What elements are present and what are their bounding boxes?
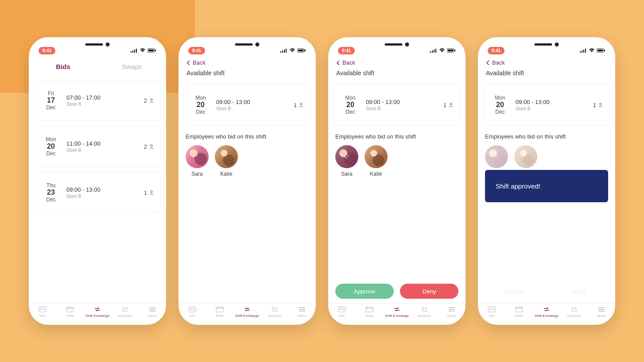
back-button[interactable]: Back [486,59,607,66]
wifi-icon [289,48,295,53]
employee-item[interactable]: Sara [186,145,209,177]
tab-info[interactable]: Info [29,306,56,318]
phone-shift-approved-toast: 9:41 Back Available shift Mon 20 Dec [478,37,615,325]
svg-point-9 [151,191,152,193]
tab-shift-exchange[interactable]: Shift Exchange [84,306,111,318]
svg-rect-49 [488,307,495,312]
tab-absence[interactable]: Absence [261,306,288,318]
shift-card: Mon 20 Dec 09:00 - 13:00 Store B 1 [184,85,310,125]
battery-icon [297,48,306,53]
person-icon [299,102,304,108]
phone-shift-approve: 9:41 Back Available shift Mon 20 Dec [328,37,466,325]
tab-rota[interactable]: Rota [56,306,84,318]
battery-icon [597,48,605,53]
svg-point-35 [450,103,452,105]
deny-button[interactable]: Deny [400,284,458,299]
svg-point-8 [151,145,152,146]
svg-rect-33 [448,50,453,51]
svg-point-39 [422,308,424,309]
shift-card: Mon 20 Dec 09:00 - 13:00 Store B 1 [334,85,460,125]
svg-point-22 [300,103,302,105]
phone-shift-detail: 9:41 Back Available shift Mon 20 Dec [178,37,316,325]
wifi-icon [589,48,595,53]
toast-approved: Shift approved! [485,170,608,202]
shift-card[interactable]: Mon 20 Dec 11:00 - 14:00 Store B 2 [34,126,161,167]
svg-rect-21 [305,50,306,51]
employee-item-selected[interactable]: Sara [335,145,358,177]
svg-point-13 [123,308,124,309]
person-icon [149,98,154,103]
svg-rect-25 [216,307,223,312]
person-icon [149,144,154,149]
tab-rota[interactable]: Rota [206,306,233,318]
person-icon [598,102,603,108]
check-icon [485,145,508,168]
svg-rect-44 [585,49,586,53]
employee-item[interactable]: Katie [215,145,238,177]
svg-rect-29 [432,50,433,53]
signal-icon [580,48,587,53]
tab-shift-exchange[interactable]: Shift Exchange [383,306,411,318]
tab-swaps[interactable]: Swaps [97,63,166,75]
tab-shift-exchange[interactable]: Shift Exchange [233,306,261,318]
svg-point-27 [275,308,277,309]
back-button[interactable]: Back [186,59,308,66]
tab-absence[interactable]: Absence [411,306,438,318]
svg-point-7 [151,99,152,100]
svg-rect-12 [66,307,74,312]
battery-icon [147,48,156,53]
tab-info[interactable]: Info [328,306,356,318]
section-title: Available shift [186,69,308,77]
svg-point-53 [575,308,577,309]
tab-rota[interactable]: Rota [356,306,383,318]
avatar [215,145,238,168]
svg-rect-15 [280,51,281,53]
tab-absence[interactable]: Absence [560,306,588,318]
tab-info[interactable]: Info [178,306,206,318]
person-icon [149,190,154,195]
svg-rect-47 [604,50,605,51]
approve-button[interactable]: Approve [335,284,394,299]
svg-rect-34 [454,50,455,51]
employee-item[interactable]: Katie [365,145,388,177]
tab-bids[interactable]: Bids [29,63,97,75]
signal-icon [430,48,437,53]
tab-absence[interactable]: Absence [111,306,139,318]
svg-rect-16 [282,50,283,53]
svg-rect-46 [597,50,603,51]
back-button[interactable]: Back [336,59,458,66]
shift-card: Mon 20 Dec 09:00 - 13:00 Store B 1 [483,85,610,125]
shift-card[interactable]: Fri 17 Dec 07:00 - 17:00 Store B 2 [34,80,161,121]
tab-menu[interactable]: Menu [588,306,615,318]
svg-rect-17 [284,50,285,53]
svg-rect-10 [39,307,46,312]
avatar [186,145,209,168]
svg-rect-36 [338,307,345,312]
wifi-icon [140,48,146,53]
avatar [365,145,388,168]
svg-point-24 [190,308,192,310]
tab-menu[interactable]: Menu [139,306,166,318]
status-time: 9:41 [188,47,205,54]
svg-rect-30 [434,50,435,53]
check-icon [335,145,358,168]
signal-icon [131,48,138,53]
svg-point-50 [489,308,491,310]
status-time: 9:41 [488,47,504,54]
svg-rect-51 [516,307,523,312]
action-row: Approve Deny [328,284,466,303]
notch [85,42,110,46]
action-row: Approve Deny [478,284,615,303]
tab-menu[interactable]: Menu [438,306,466,318]
tab-shift-exchange[interactable]: Shift Exchange [533,306,560,318]
tab-rota[interactable]: Rota [505,306,533,318]
svg-point-11 [40,308,42,310]
svg-point-26 [272,308,274,309]
tab-menu[interactable]: Menu [288,306,316,318]
battery-icon [447,48,456,53]
svg-point-14 [126,308,128,309]
chevron-left-icon [186,60,191,65]
employees-heading: Employees who bid on this shift [186,133,309,140]
tab-info[interactable]: Info [478,306,505,318]
shift-card[interactable]: Thu 23 Dec 09:00 - 13:00 Store B 1 [34,172,161,213]
